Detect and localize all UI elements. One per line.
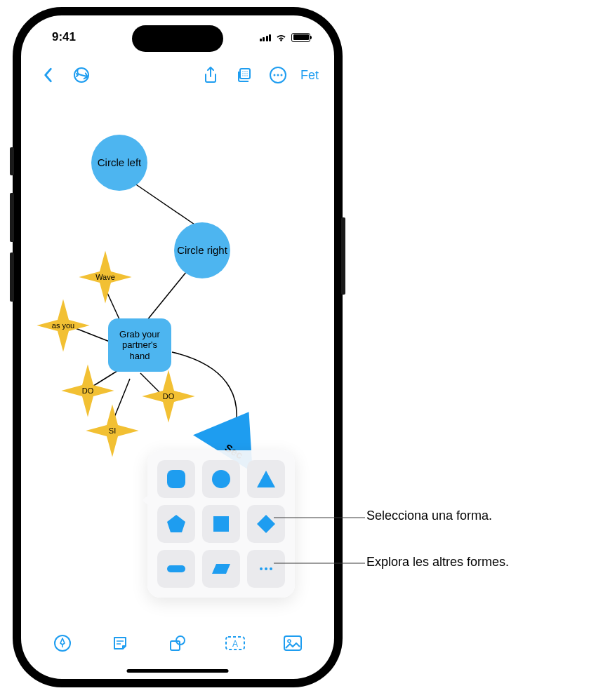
node-label: SI (109, 426, 116, 435)
svg-point-35 (260, 567, 263, 570)
svg-point-8 (242, 75, 243, 76)
svg-point-5 (242, 73, 243, 74)
power-button (341, 217, 345, 295)
pen-icon (53, 634, 72, 652)
undo-button[interactable] (67, 61, 95, 89)
draw-tool-button[interactable] (48, 629, 77, 657)
done-button[interactable]: Fet (298, 68, 322, 83)
wifi-icon (275, 33, 287, 42)
svg-rect-45 (284, 636, 301, 650)
media-button[interactable] (279, 629, 307, 657)
svg-point-2 (242, 71, 243, 72)
node-label: Circle left (98, 156, 142, 169)
svg-point-13 (277, 74, 279, 76)
svg-point-37 (270, 567, 272, 570)
callout-select-shape: Selecciona una forma. (366, 508, 492, 524)
shape-picker (147, 450, 295, 598)
svg-point-14 (280, 74, 282, 76)
cellular-icon (260, 33, 272, 41)
node-label: Grab your partner's hand (111, 329, 168, 362)
node-grab-partner[interactable]: Grab your partner's hand (108, 318, 171, 372)
shape-diamond[interactable] (247, 505, 285, 543)
svg-rect-31 (213, 516, 229, 532)
sticky-note-button[interactable] (106, 629, 134, 657)
callout-line-1 (274, 516, 365, 524)
more-horizontal-icon (269, 66, 287, 84)
svg-point-28 (212, 470, 230, 488)
svg-point-9 (244, 75, 245, 76)
svg-point-6 (244, 73, 245, 74)
svg-text:A: A (232, 639, 238, 649)
status-right (260, 33, 311, 42)
node-circle-left[interactable]: Circle left (91, 135, 147, 191)
svg-marker-29 (257, 471, 275, 487)
svg-point-12 (273, 74, 275, 76)
more-button[interactable] (264, 61, 292, 89)
svg-rect-41 (171, 641, 180, 650)
back-button[interactable] (34, 61, 62, 89)
callout-explore-more: Explora les altres formes. (366, 554, 509, 570)
callout-line-2 (274, 558, 365, 567)
svg-point-3 (244, 71, 245, 72)
layers-button[interactable] (230, 61, 258, 89)
shape-triangle[interactable] (247, 460, 285, 498)
node-label: Circle right (177, 244, 227, 257)
shape-circle[interactable] (202, 460, 240, 498)
iphone-frame: 9:41 Fet (13, 7, 343, 687)
node-circle-right[interactable]: Circle right (174, 222, 230, 278)
node-label: DO (163, 392, 175, 401)
shape-more-button[interactable] (247, 550, 285, 588)
home-indicator (127, 669, 229, 673)
shape-square[interactable] (202, 505, 240, 543)
photo-icon (283, 635, 303, 652)
shapes-button[interactable] (164, 629, 192, 657)
node-star-si[interactable]: SI (84, 403, 140, 459)
node-label: as you (52, 321, 74, 330)
shapes-icon (168, 634, 187, 652)
svg-point-7 (246, 73, 247, 74)
screen: 9:41 Fet (21, 15, 334, 679)
node-star-as-you[interactable]: as you (35, 297, 91, 354)
svg-point-46 (288, 640, 291, 642)
svg-marker-32 (257, 515, 275, 533)
svg-line-15 (130, 180, 197, 226)
node-star-do2[interactable]: DO (140, 368, 197, 424)
shape-pentagon[interactable] (157, 505, 195, 543)
chevron-left-icon (42, 67, 53, 83)
node-label: Wave (95, 273, 115, 281)
silent-switch (10, 147, 14, 175)
bottom-toolbar: A (21, 627, 334, 659)
battery-icon (291, 33, 310, 42)
volume-up-button (10, 193, 14, 242)
node-label: DO (82, 386, 94, 395)
volume-down-button (10, 253, 14, 302)
svg-line-16 (144, 268, 190, 324)
freeform-canvas[interactable]: Circle left Circle right Grab your partn… (21, 93, 334, 630)
svg-rect-33 (167, 565, 185, 572)
shape-parallelogram[interactable] (202, 550, 240, 588)
status-time: 9:41 (52, 30, 76, 44)
sticky-note-icon (111, 634, 129, 652)
undo-icon (73, 67, 90, 83)
svg-rect-27 (167, 470, 185, 488)
svg-point-36 (265, 567, 267, 570)
popover-nub (142, 494, 149, 506)
share-button[interactable] (197, 61, 225, 89)
layers-icon (236, 67, 253, 83)
node-star-wave[interactable]: Wave (77, 249, 133, 305)
text-box-icon: A (225, 635, 246, 651)
share-icon (203, 66, 218, 84)
shape-rounded-square[interactable] (157, 460, 195, 498)
shape-pill[interactable] (157, 550, 195, 588)
svg-point-4 (246, 71, 247, 72)
text-box-button[interactable]: A (221, 629, 249, 657)
svg-marker-30 (167, 515, 185, 532)
dynamic-island (132, 25, 223, 52)
top-toolbar: Fet (21, 58, 334, 93)
svg-marker-34 (212, 564, 230, 574)
svg-point-10 (246, 75, 247, 76)
